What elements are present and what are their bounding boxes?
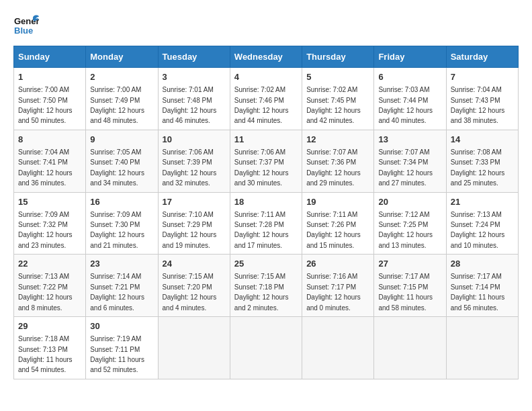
- day-info: Sunrise: 7:02 AM Sunset: 7:46 PM Dayligh…: [234, 86, 289, 124]
- week-row-1: 1Sunrise: 7:00 AM Sunset: 7:50 PM Daylig…: [14, 68, 519, 130]
- day-number: 25: [234, 258, 298, 270]
- day-cell: 19Sunrise: 7:11 AM Sunset: 7:26 PM Dayli…: [302, 192, 374, 255]
- day-cell: 14Sunrise: 7:08 AM Sunset: 7:33 PM Dayli…: [446, 130, 518, 192]
- day-cell: [158, 317, 230, 379]
- day-number: 23: [90, 258, 153, 270]
- day-info: Sunrise: 7:17 AM Sunset: 7:14 PM Dayligh…: [451, 273, 505, 311]
- day-info: Sunrise: 7:18 AM Sunset: 7:13 PM Dayligh…: [18, 335, 73, 373]
- day-info: Sunrise: 7:16 AM Sunset: 7:17 PM Dayligh…: [306, 273, 361, 311]
- day-cell: 23Sunrise: 7:14 AM Sunset: 7:21 PM Dayli…: [86, 255, 158, 317]
- day-number: 22: [18, 258, 81, 270]
- day-number: 10: [163, 134, 226, 146]
- day-cell: 1Sunrise: 7:00 AM Sunset: 7:50 PM Daylig…: [14, 68, 86, 130]
- day-info: Sunrise: 7:01 AM Sunset: 7:48 PM Dayligh…: [163, 86, 217, 124]
- day-info: Sunrise: 7:15 AM Sunset: 7:18 PM Dayligh…: [234, 273, 289, 311]
- day-cell: 6Sunrise: 7:03 AM Sunset: 7:44 PM Daylig…: [374, 68, 446, 130]
- weekday-header-thursday: Thursday: [302, 46, 374, 68]
- day-info: Sunrise: 7:15 AM Sunset: 7:20 PM Dayligh…: [163, 273, 217, 311]
- day-info: Sunrise: 7:06 AM Sunset: 7:39 PM Dayligh…: [163, 148, 217, 187]
- day-cell: 3Sunrise: 7:01 AM Sunset: 7:48 PM Daylig…: [158, 68, 230, 130]
- weekday-header-monday: Monday: [86, 46, 158, 68]
- day-info: Sunrise: 7:04 AM Sunset: 7:43 PM Dayligh…: [451, 86, 505, 124]
- day-number: 19: [306, 196, 369, 208]
- day-number: 1: [18, 71, 81, 83]
- logo-bird-icon: General Blue: [13, 13, 39, 39]
- day-info: Sunrise: 7:14 AM Sunset: 7:21 PM Dayligh…: [90, 273, 144, 311]
- day-cell: 27Sunrise: 7:17 AM Sunset: 7:15 PM Dayli…: [374, 255, 446, 317]
- logo: General Blue: [13, 13, 39, 39]
- day-info: Sunrise: 7:02 AM Sunset: 7:45 PM Dayligh…: [306, 86, 361, 124]
- svg-text:Blue: Blue: [14, 26, 33, 36]
- day-cell: 16Sunrise: 7:09 AM Sunset: 7:30 PM Dayli…: [86, 192, 158, 255]
- day-number: 21: [451, 196, 514, 208]
- day-info: Sunrise: 7:10 AM Sunset: 7:29 PM Dayligh…: [163, 211, 217, 249]
- calendar-table: SundayMondayTuesdayWednesdayThursdayFrid…: [13, 46, 519, 379]
- weekday-header-saturday: Saturday: [446, 46, 518, 68]
- day-number: 27: [378, 258, 441, 270]
- day-cell: 5Sunrise: 7:02 AM Sunset: 7:45 PM Daylig…: [302, 68, 374, 130]
- day-number: 7: [451, 71, 514, 83]
- day-cell: 10Sunrise: 7:06 AM Sunset: 7:39 PM Dayli…: [158, 130, 230, 192]
- day-info: Sunrise: 7:09 AM Sunset: 7:32 PM Dayligh…: [18, 211, 73, 249]
- day-number: 16: [90, 196, 153, 208]
- day-cell: 15Sunrise: 7:09 AM Sunset: 7:32 PM Dayli…: [14, 192, 86, 255]
- day-cell: 28Sunrise: 7:17 AM Sunset: 7:14 PM Dayli…: [446, 255, 518, 317]
- day-cell: 24Sunrise: 7:15 AM Sunset: 7:20 PM Dayli…: [158, 255, 230, 317]
- day-number: 2: [90, 71, 153, 83]
- day-number: 26: [306, 258, 369, 270]
- week-row-4: 22Sunrise: 7:13 AM Sunset: 7:22 PM Dayli…: [14, 255, 519, 317]
- day-info: Sunrise: 7:11 AM Sunset: 7:28 PM Dayligh…: [234, 211, 289, 249]
- day-info: Sunrise: 7:12 AM Sunset: 7:25 PM Dayligh…: [378, 211, 433, 249]
- day-info: Sunrise: 7:09 AM Sunset: 7:30 PM Dayligh…: [90, 211, 144, 249]
- day-info: Sunrise: 7:19 AM Sunset: 7:11 PM Dayligh…: [90, 335, 144, 373]
- day-number: 15: [18, 196, 81, 208]
- day-number: 4: [234, 71, 298, 83]
- day-cell: 18Sunrise: 7:11 AM Sunset: 7:28 PM Dayli…: [230, 192, 302, 255]
- day-cell: 29Sunrise: 7:18 AM Sunset: 7:13 PM Dayli…: [14, 317, 86, 379]
- day-cell: 25Sunrise: 7:15 AM Sunset: 7:18 PM Dayli…: [230, 255, 302, 317]
- day-info: Sunrise: 7:07 AM Sunset: 7:34 PM Dayligh…: [378, 148, 433, 187]
- weekday-header-sunday: Sunday: [14, 46, 86, 68]
- day-number: 28: [451, 258, 514, 270]
- day-cell: 4Sunrise: 7:02 AM Sunset: 7:46 PM Daylig…: [230, 68, 302, 130]
- day-info: Sunrise: 7:00 AM Sunset: 7:50 PM Dayligh…: [18, 86, 73, 124]
- day-cell: [446, 317, 518, 379]
- week-row-3: 15Sunrise: 7:09 AM Sunset: 7:32 PM Dayli…: [14, 192, 519, 255]
- day-number: 13: [378, 134, 441, 146]
- header: General Blue: [13, 13, 519, 39]
- day-info: Sunrise: 7:03 AM Sunset: 7:44 PM Dayligh…: [378, 86, 433, 124]
- day-number: 18: [234, 196, 298, 208]
- day-number: 29: [18, 320, 81, 332]
- day-cell: [230, 317, 302, 379]
- day-number: 6: [378, 71, 441, 83]
- week-row-5: 29Sunrise: 7:18 AM Sunset: 7:13 PM Dayli…: [14, 317, 519, 379]
- week-row-2: 8Sunrise: 7:04 AM Sunset: 7:41 PM Daylig…: [14, 130, 519, 192]
- day-cell: [302, 317, 374, 379]
- day-cell: 8Sunrise: 7:04 AM Sunset: 7:41 PM Daylig…: [14, 130, 86, 192]
- day-cell: 2Sunrise: 7:00 AM Sunset: 7:49 PM Daylig…: [86, 68, 158, 130]
- day-cell: 11Sunrise: 7:06 AM Sunset: 7:37 PM Dayli…: [230, 130, 302, 192]
- day-cell: 7Sunrise: 7:04 AM Sunset: 7:43 PM Daylig…: [446, 68, 518, 130]
- day-cell: [374, 317, 446, 379]
- weekday-header-row: SundayMondayTuesdayWednesdayThursdayFrid…: [14, 46, 519, 68]
- day-number: 8: [18, 134, 81, 146]
- day-number: 14: [451, 134, 514, 146]
- day-cell: 30Sunrise: 7:19 AM Sunset: 7:11 PM Dayli…: [86, 317, 158, 379]
- day-number: 30: [90, 320, 153, 332]
- day-cell: 13Sunrise: 7:07 AM Sunset: 7:34 PM Dayli…: [374, 130, 446, 192]
- day-info: Sunrise: 7:06 AM Sunset: 7:37 PM Dayligh…: [234, 148, 289, 187]
- weekday-header-wednesday: Wednesday: [230, 46, 302, 68]
- day-info: Sunrise: 7:17 AM Sunset: 7:15 PM Dayligh…: [378, 273, 433, 311]
- day-info: Sunrise: 7:07 AM Sunset: 7:36 PM Dayligh…: [306, 148, 361, 187]
- day-number: 5: [306, 71, 369, 83]
- day-info: Sunrise: 7:13 AM Sunset: 7:22 PM Dayligh…: [18, 273, 73, 311]
- day-info: Sunrise: 7:11 AM Sunset: 7:26 PM Dayligh…: [306, 211, 361, 249]
- day-number: 12: [306, 134, 369, 146]
- day-info: Sunrise: 7:13 AM Sunset: 7:24 PM Dayligh…: [451, 211, 505, 249]
- day-number: 24: [163, 258, 226, 270]
- day-info: Sunrise: 7:08 AM Sunset: 7:33 PM Dayligh…: [451, 148, 505, 187]
- day-cell: 26Sunrise: 7:16 AM Sunset: 7:17 PM Dayli…: [302, 255, 374, 317]
- day-number: 9: [90, 134, 153, 146]
- day-number: 11: [234, 134, 298, 146]
- weekday-header-friday: Friday: [374, 46, 446, 68]
